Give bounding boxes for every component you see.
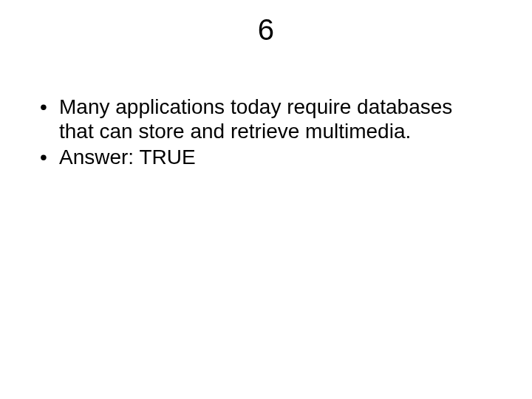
list-item: Many applications today require database… <box>40 95 492 143</box>
bullet-list: Many applications today require database… <box>40 95 492 169</box>
slide: 6 Many applications today require databa… <box>0 0 532 399</box>
slide-title: 6 <box>0 13 532 47</box>
list-item: Answer: TRUE <box>40 145 492 169</box>
slide-body: Many applications today require database… <box>40 95 492 171</box>
